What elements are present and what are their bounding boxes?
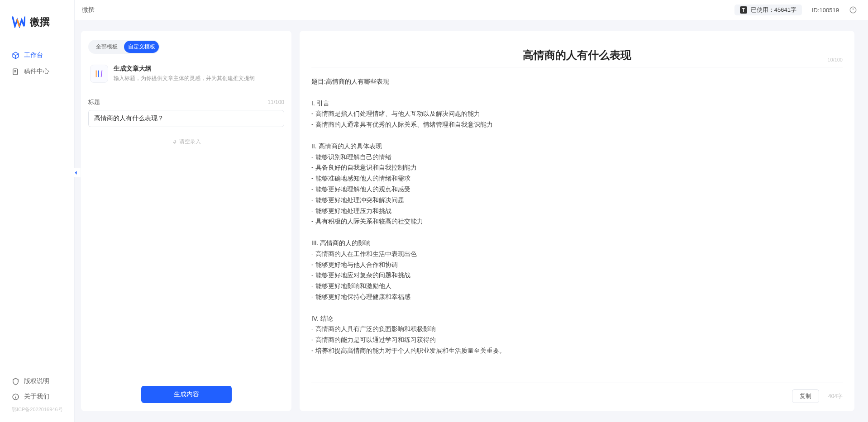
nav: 工作台 稿件中心: [0, 47, 74, 374]
generate-button[interactable]: 生成内容: [141, 386, 232, 403]
logo-text: 微撰: [30, 15, 50, 29]
logo-mark: [12, 16, 25, 28]
title-counter: 11/100: [267, 99, 284, 105]
usage-badge[interactable]: T 已使用： 45641字: [734, 5, 802, 15]
template-name: 生成文章大纲: [114, 65, 282, 73]
output-header: 高情商的人有什么表现 10/100: [311, 40, 843, 67]
content: 全部模板 自定义模板 生成文章大纲 输入标题，为你提供文章主体的灵感，并为其创建…: [75, 20, 868, 422]
cube-icon: [12, 52, 19, 59]
template-desc: 输入标题，为你提供文章主体的灵感，并为其创建推文提纲: [114, 75, 282, 82]
usage-label: 已使用：: [751, 6, 774, 14]
main: 微撰 T 已使用： 45641字 ID:100519 全部模板 自定义模板: [75, 0, 868, 422]
icp-text: 鄂ICP备2022016946号: [0, 404, 74, 417]
doc-icon: [12, 68, 19, 76]
output-panel: 高情商的人有什么表现 10/100 题目:高情商的人有哪些表现 I. 引言 - …: [300, 31, 854, 411]
sidebar-bottom: 版权说明 关于我们 鄂ICP备2022016946号: [0, 374, 74, 422]
voice-label: 请空录入: [179, 138, 201, 146]
nav-about[interactable]: 关于我们: [0, 389, 74, 404]
voice-input-button[interactable]: 请空录入: [88, 138, 284, 146]
nav-label: 版权说明: [24, 377, 49, 385]
template-card[interactable]: 生成文章大纲 输入标题，为你提供文章主体的灵感，并为其创建推文提纲: [88, 62, 284, 89]
word-count: 404字: [828, 393, 843, 400]
nav-label: 工作台: [24, 51, 43, 59]
template-panel: 全部模板 自定义模板 生成文章大纲 输入标题，为你提供文章主体的灵感，并为其创建…: [81, 31, 291, 411]
mic-icon: [172, 139, 177, 145]
text-badge-icon: T: [740, 6, 747, 14]
logo: 微撰: [0, 5, 74, 47]
template-tabs: 全部模板 自定义模板: [88, 40, 160, 54]
usage-value: 45641字: [774, 6, 796, 14]
title-label: 标题: [88, 98, 100, 106]
user-id: ID:100519: [812, 7, 839, 14]
sidebar: 微撰 工作台 稿件中心 版权说明: [0, 0, 75, 422]
header-title: 微撰: [82, 6, 95, 14]
power-icon[interactable]: [849, 6, 857, 14]
svg-rect-3: [174, 140, 175, 142]
copy-button[interactable]: 复制: [792, 389, 819, 403]
header: 微撰 T 已使用： 45641字 ID:100519: [75, 0, 868, 20]
template-icon: [90, 65, 108, 83]
info-icon: [12, 393, 19, 401]
output-title-counter: 10/100: [827, 57, 843, 62]
sidebar-collapse-toggle[interactable]: [72, 168, 81, 177]
nav-workbench[interactable]: 工作台: [0, 47, 74, 63]
output-body[interactable]: 题目:高情商的人有哪些表现 I. 引言 - 高情商是指人们处理情绪、与他人互动以…: [311, 76, 843, 377]
output-title: 高情商的人有什么表现: [311, 48, 843, 62]
nav-label: 稿件中心: [24, 67, 49, 76]
nav-label: 关于我们: [24, 393, 49, 401]
nav-copyright[interactable]: 版权说明: [0, 374, 74, 389]
tab-custom-templates[interactable]: 自定义模板: [124, 41, 159, 53]
form-title-section: 标题 11/100: [88, 98, 284, 127]
title-input[interactable]: [88, 110, 284, 127]
tab-all-templates[interactable]: 全部模板: [89, 41, 124, 53]
shield-icon: [12, 378, 19, 385]
nav-drafts[interactable]: 稿件中心: [0, 63, 74, 80]
output-footer: 复制 404字: [311, 383, 843, 403]
